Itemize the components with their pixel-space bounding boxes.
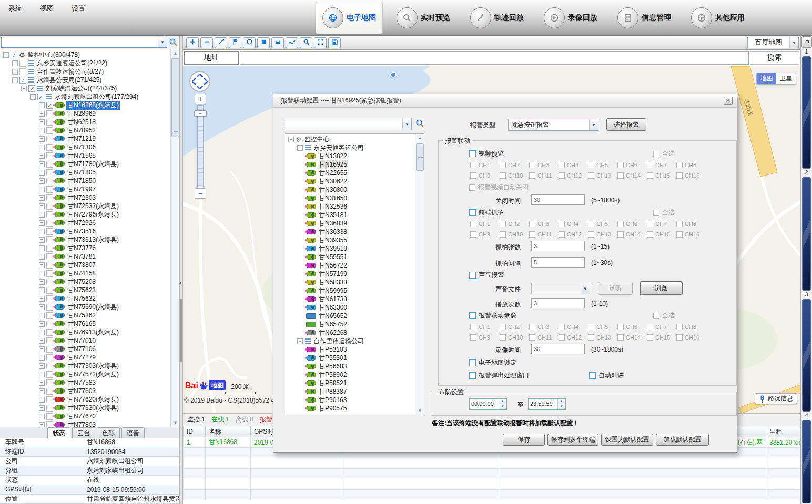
tree-item-checkbox[interactable] (46, 136, 53, 142)
channel-checkbox[interactable]: CH14 (617, 229, 647, 240)
tree-item-checkbox[interactable] (46, 371, 53, 378)
tree-item[interactable]: +甘N77106 (0, 345, 179, 353)
tree-item-checkbox[interactable] (46, 312, 53, 319)
tree-item[interactable]: +甘N75632 (0, 294, 179, 303)
chevron-down-icon[interactable]: ▼ (789, 37, 798, 48)
map-zoom-in-button[interactable]: + (195, 94, 206, 104)
play-times-input[interactable] (531, 298, 585, 308)
dialog-button-1[interactable]: 保存到多个终端 (547, 434, 598, 446)
expand-icon[interactable]: + (12, 69, 18, 75)
tree-item-checkbox[interactable] (46, 354, 53, 361)
tab-云台[interactable]: 云台 (72, 427, 95, 438)
dialog-button-2[interactable]: 设置为默认配置 (601, 434, 653, 446)
collapse-icon[interactable]: − (12, 77, 18, 83)
expand-icon[interactable]: + (39, 203, 45, 209)
channel-checkbox[interactable]: CH5 (588, 322, 617, 332)
channel-checkbox[interactable]: CH11 (529, 229, 559, 240)
expand-icon[interactable]: + (39, 111, 45, 117)
channel-checkbox[interactable]: CH1 (470, 160, 500, 170)
tree-item[interactable]: 甘P59521 (285, 379, 424, 387)
video-pane[interactable] (802, 299, 811, 412)
channel-checkbox[interactable]: CH4 (559, 160, 588, 170)
scroll-up-icon[interactable]: ▲ (416, 134, 424, 142)
toolbar-apps-button[interactable]: 其他应用 (685, 2, 751, 34)
expand-icon[interactable]: + (39, 414, 45, 419)
expand-icon[interactable]: + (39, 245, 45, 251)
expand-icon[interactable]: + (39, 237, 45, 243)
collapse-left-icon[interactable]: ◂ (179, 280, 181, 285)
tree-scrollbar[interactable]: ▲ ▼ (170, 49, 179, 427)
expand-icon[interactable]: + (39, 321, 45, 327)
expand-icon[interactable]: + (39, 405, 45, 411)
scroll-up-icon[interactable]: ▲ (171, 49, 179, 57)
close-icon[interactable]: ✕ (724, 97, 733, 105)
tree-item[interactable]: +甘N72796(永靖县) (0, 210, 179, 219)
expand-icon[interactable]: + (39, 136, 45, 142)
tree-item[interactable]: 甘N16925 (285, 160, 424, 169)
tree-item[interactable]: +甘N77670 (0, 412, 179, 420)
polygon-tool-button[interactable] (271, 37, 284, 48)
tree-item-checkbox[interactable] (46, 337, 53, 344)
tree-item-checkbox[interactable] (46, 161, 53, 168)
tree-item[interactable]: +甘N62518 (0, 118, 179, 126)
tree-item[interactable]: +甘N73613(永靖县) (0, 235, 179, 244)
expand-icon[interactable]: + (39, 119, 45, 125)
record-time-input[interactable] (531, 344, 585, 354)
select-all-checkbox[interactable]: 全选 (653, 311, 675, 320)
tree-item[interactable]: +甘N77803 (0, 420, 179, 427)
traffic-info-button[interactable]: 路况信息 (755, 393, 797, 404)
tree-item-checkbox[interactable]: ✓ (46, 102, 53, 109)
video-pane[interactable] (802, 420, 811, 503)
channel-checkbox[interactable]: CH10 (500, 332, 529, 343)
tree-item[interactable]: +甘N77010 (0, 336, 179, 345)
tree-item-checkbox[interactable] (46, 110, 53, 117)
expand-icon[interactable]: + (39, 397, 45, 403)
expand-icon[interactable]: + (39, 388, 45, 394)
expand-icon[interactable]: + (39, 178, 45, 184)
tree-item-checkbox[interactable] (46, 245, 53, 252)
channel-checkbox[interactable]: CH10 (500, 229, 529, 240)
tree-item[interactable]: 甘N30800 (285, 186, 424, 194)
measure-button[interactable] (215, 37, 227, 48)
tree-item-checkbox[interactable] (46, 413, 53, 420)
scroll-down-icon[interactable]: ▼ (171, 419, 179, 427)
toolbar-playback-button[interactable]: 录像回放 (537, 2, 604, 34)
channel-checkbox[interactable]: CH16 (676, 332, 706, 343)
channel-checkbox[interactable]: CH11 (529, 170, 559, 181)
pan-control[interactable] (188, 70, 211, 95)
tree-item[interactable]: +甘N75690(永靖县) (0, 303, 179, 311)
zoom-out-button[interactable] (200, 37, 213, 48)
toolbar-info-button[interactable]: 信息管理 (611, 2, 677, 34)
tree-item[interactable]: 甘N58333 (285, 278, 424, 286)
channel-checkbox[interactable]: CH15 (647, 170, 676, 181)
channel-checkbox[interactable]: CH6 (617, 219, 647, 229)
channel-checkbox[interactable]: CH12 (559, 332, 588, 343)
search-area-button[interactable] (300, 37, 312, 48)
column-header[interactable]: ID (184, 426, 206, 437)
channel-checkbox[interactable]: CH8 (676, 322, 706, 332)
spin-down-icon[interactable]: ▼ (558, 404, 565, 409)
collapse-icon[interactable]: − (288, 137, 294, 142)
menu-系统[interactable]: 系统 (6, 3, 24, 14)
tree-item-checkbox[interactable] (46, 186, 53, 193)
tree-item[interactable]: −东乡安通客运公司 (285, 143, 424, 152)
tree-item[interactable]: +甘N73516 (0, 227, 179, 235)
tree-item[interactable]: 甘P55301 (285, 354, 424, 362)
tree-item[interactable]: +甘N72926 (0, 219, 179, 227)
tree-item[interactable]: +甘N74158 (0, 269, 179, 277)
channel-checkbox[interactable]: CH11 (529, 332, 559, 343)
address-input[interactable] (240, 51, 749, 65)
tree-item-checkbox[interactable] (46, 211, 53, 218)
expand-icon[interactable]: + (39, 279, 45, 285)
tree-item[interactable]: 甘N65752 (285, 320, 424, 328)
tree-item[interactable]: +甘N71805 (0, 168, 179, 177)
toolbar-track-button[interactable]: 轨迹回放 (464, 2, 530, 34)
expand-icon[interactable]: + (39, 330, 45, 335)
select-all-checkbox[interactable]: 全选 (653, 149, 675, 158)
tree-item[interactable]: −合作雪羚运输公司 (285, 337, 424, 345)
expand-icon[interactable]: + (39, 422, 45, 427)
zoom-slider-handle[interactable]: − (194, 110, 207, 117)
channel-checkbox[interactable]: CH13 (588, 229, 617, 240)
channel-checkbox[interactable]: CH1 (470, 219, 500, 229)
video-preview-checkbox[interactable]: 视频预览 (469, 149, 504, 158)
